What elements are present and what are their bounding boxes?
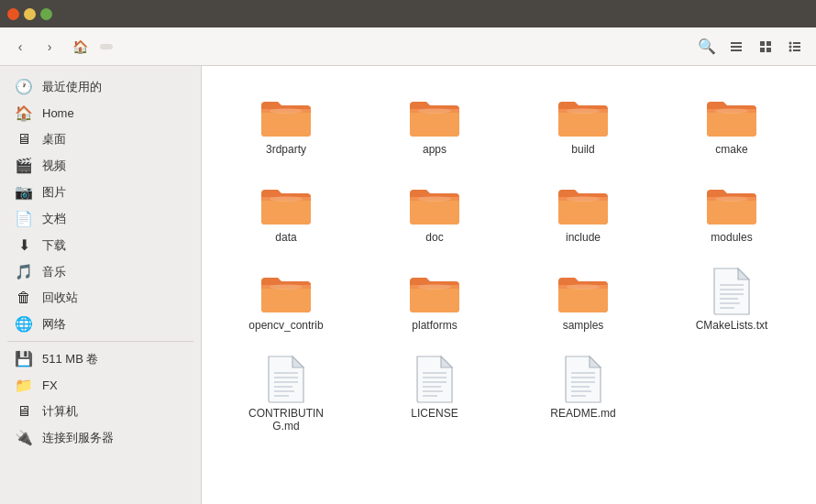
file-item-samples[interactable]: samples [513, 260, 653, 339]
file-item-modules[interactable]: modules [662, 172, 801, 251]
list-view-button[interactable] [722, 34, 750, 60]
search-button[interactable]: 🔍 [693, 34, 721, 60]
file-label: modules [711, 231, 752, 244]
forward-button[interactable]: › [37, 34, 62, 60]
desktop-icon: 🖥 [15, 131, 33, 148]
breadcrumb-current[interactable] [100, 44, 113, 49]
back-button[interactable]: ‹ [7, 34, 33, 60]
sidebar-item-recent[interactable]: 🕐 最近使用的 [0, 73, 201, 100]
file-item-README-md[interactable]: README.md [513, 348, 653, 440]
sidebar-label-documents: 文档 [42, 211, 66, 227]
file-item-CMakeLists-txt[interactable]: CMakeLists.txt [662, 260, 801, 339]
file-item-LICENSE[interactable]: LICENSE [365, 348, 504, 440]
downloads-icon: ⬇ [15, 236, 33, 254]
svg-point-23 [567, 284, 600, 290]
sidebar-divider [7, 341, 193, 342]
svg-point-14 [418, 108, 451, 114]
sidebar-label-fx: FX [42, 378, 58, 392]
folder-icon [556, 268, 611, 315]
file-item-data[interactable]: data [216, 172, 356, 251]
folder-icon [407, 268, 462, 315]
file-label: apps [423, 143, 447, 156]
svg-rect-6 [766, 48, 771, 52]
menu-button[interactable] [781, 34, 809, 60]
videos-icon: 🎬 [15, 157, 33, 174]
folder-icon [407, 92, 462, 139]
sidebar-label-network: 网络 [42, 316, 66, 333]
sidebar-item-network[interactable]: 🌐 网络 [0, 311, 201, 337]
file-label: README.md [550, 407, 615, 420]
breadcrumb-home[interactable]: 🏠 [66, 37, 98, 57]
file-label: data [275, 231, 296, 244]
text-file-icon [704, 268, 759, 315]
sidebar-item-videos[interactable]: 🎬 视频 [0, 152, 201, 179]
documents-icon: 📄 [15, 210, 33, 227]
grid-view-button[interactable] [752, 34, 779, 60]
window-controls [7, 8, 52, 20]
sidebar-item-fx[interactable]: 📁 FX [0, 372, 201, 399]
svg-rect-11 [793, 46, 800, 48]
file-item-cmake[interactable]: cmake [662, 84, 801, 163]
folder-icon [407, 180, 462, 227]
sidebar-item-home[interactable]: 🏠 Home [0, 100, 201, 126]
text-file-icon [407, 356, 462, 403]
sidebar-label-music: 音乐 [42, 264, 66, 280]
maximize-button[interactable] [40, 8, 52, 20]
svg-rect-5 [760, 48, 765, 52]
file-item-doc[interactable]: doc [365, 172, 504, 251]
file-item-CONTRIBUTING-md[interactable]: CONTRIBUTING.md [216, 348, 356, 440]
toolbar-actions: 🔍 [693, 34, 809, 60]
folder-icon [259, 268, 314, 315]
svg-point-9 [789, 49, 792, 51]
sidebar-label-pictures: 图片 [42, 184, 66, 201]
text-file-icon [556, 356, 611, 403]
recent-icon: 🕐 [15, 78, 33, 95]
file-item-3rdparty[interactable]: 3rdparty [216, 84, 356, 163]
svg-rect-3 [760, 41, 765, 46]
sidebar-label-desktop: 桌面 [42, 131, 66, 148]
sidebar-item-trash[interactable]: 🗑 回收站 [0, 285, 201, 311]
minimize-button[interactable] [24, 8, 36, 20]
hamburger-icon [788, 39, 802, 54]
svg-rect-10 [793, 42, 800, 44]
home-icon: 🏠 [15, 104, 33, 122]
file-item-opencv-contrib[interactable]: opencv_contrib [216, 260, 356, 339]
sidebar-item-connect-server[interactable]: 🔌 连接到服务器 [0, 424, 201, 451]
sidebar-label-downloads: 下载 [42, 237, 66, 254]
svg-point-20 [715, 196, 748, 202]
file-item-apps[interactable]: apps [365, 84, 504, 163]
music-icon: 🎵 [15, 263, 33, 280]
file-item-build[interactable]: build [513, 84, 653, 163]
sidebar-item-computer[interactable]: 🖥 计算机 [0, 399, 201, 424]
file-label: 3rdparty [266, 143, 306, 156]
sidebar-item-desktop[interactable]: 🖥 桌面 [0, 126, 201, 152]
file-label: LICENSE [411, 407, 458, 420]
file-label: include [566, 231, 601, 244]
svg-point-21 [270, 284, 303, 290]
pictures-icon: 📷 [15, 183, 33, 201]
sidebar-item-documents[interactable]: 📄 文档 [0, 205, 201, 232]
svg-rect-1 [731, 46, 742, 48]
file-item-include[interactable]: include [513, 172, 653, 251]
connect-server-icon: 🔌 [15, 429, 33, 446]
file-item-platforms[interactable]: platforms [365, 260, 504, 339]
sidebar-item-volume[interactable]: 💾 511 MB 卷 [0, 345, 201, 372]
close-button[interactable] [7, 8, 19, 20]
sidebar-item-music[interactable]: 🎵 音乐 [0, 258, 201, 285]
svg-point-17 [270, 196, 303, 202]
fx-icon: 📁 [15, 377, 33, 394]
file-area: 3rdparty apps build cmake data [202, 66, 816, 504]
folder-icon [556, 180, 611, 227]
folder-icon [704, 180, 759, 227]
svg-point-13 [270, 108, 303, 114]
sidebar-item-pictures[interactable]: 📷 图片 [0, 179, 201, 205]
list-view-icon [729, 39, 744, 54]
svg-point-8 [789, 45, 792, 48]
sidebar-label-computer: 计算机 [42, 403, 78, 420]
sidebar-item-downloads[interactable]: ⬇ 下载 [0, 232, 201, 258]
sidebar-label-recent: 最近使用的 [42, 79, 102, 95]
sidebar-label-volume: 511 MB 卷 [42, 351, 98, 367]
svg-point-16 [715, 108, 748, 114]
svg-point-7 [789, 41, 792, 44]
sidebar-label-trash: 回收站 [42, 290, 78, 306]
